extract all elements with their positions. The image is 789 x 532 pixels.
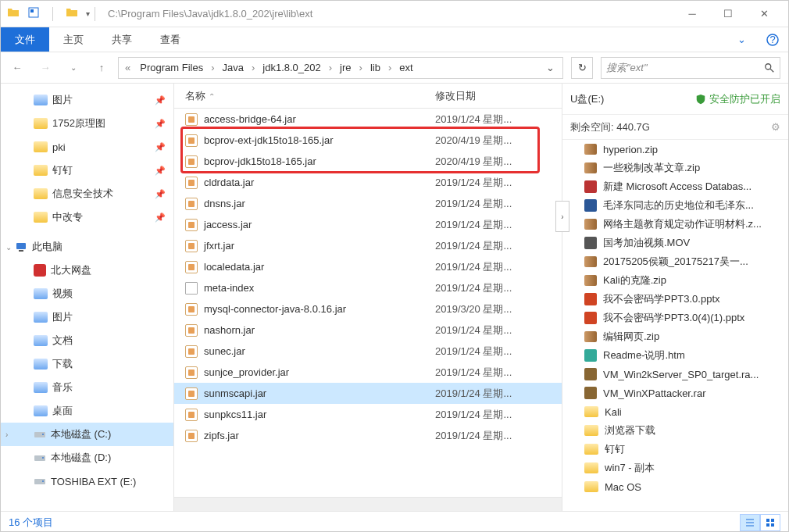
file-row[interactable]: sunpkcs11.jar2019/1/24 星期...: [174, 404, 562, 425]
nav-drive-item[interactable]: TOSHIBA EXT (E:): [1, 470, 173, 493]
breadcrumb-item[interactable]: ext: [394, 58, 417, 78]
chevron-right-icon[interactable]: ›: [250, 62, 256, 73]
file-row[interactable]: jaccess.jar2019/1/24 星期...: [174, 214, 562, 235]
recent-dropdown[interactable]: ⌄: [65, 59, 82, 77]
help-button[interactable]: ?: [757, 27, 788, 52]
nav-thispc[interactable]: ⌄ 此电脑: [1, 235, 173, 259]
breadcrumb-item[interactable]: jre: [335, 58, 355, 78]
file-row[interactable]: sunec.jar2019/1/24 星期...: [174, 341, 562, 362]
details-item[interactable]: VM_Win2kServer_SP0_target.ra...: [562, 365, 788, 384]
nav-library-item[interactable]: 图片: [1, 305, 173, 329]
search-box[interactable]: [601, 57, 780, 79]
ribbon-expand-button[interactable]: ⌄: [726, 27, 757, 52]
nav-quick-item[interactable]: 中改专📌: [1, 205, 173, 229]
file-row[interactable]: sunjce_provider.jar2019/1/24 星期...: [174, 362, 562, 383]
details-item[interactable]: 新建 Microsoft Access Databas...: [562, 177, 788, 196]
tab-file[interactable]: 文件: [1, 27, 49, 52]
minimize-button[interactable]: ─: [674, 2, 710, 26]
close-button[interactable]: ✕: [746, 2, 782, 26]
details-item[interactable]: 浏览器下载: [562, 421, 788, 440]
breadcrumb-overflow-icon[interactable]: «: [122, 62, 134, 73]
details-item[interactable]: 编辑网页.zip: [562, 327, 788, 346]
details-item[interactable]: hyperion.zip: [562, 140, 788, 159]
nav-quick-item[interactable]: 信息安全技术📌: [1, 182, 173, 205]
horizontal-scrollbar[interactable]: [174, 497, 562, 511]
nav-library-item[interactable]: 文档: [1, 329, 173, 352]
breadcrumb-item[interactable]: Program Files: [135, 58, 208, 78]
tab-share[interactable]: 共享: [98, 27, 146, 52]
dropdown-icon[interactable]: ▾: [86, 9, 90, 18]
details-item[interactable]: Kali: [562, 402, 788, 421]
nav-drive-item[interactable]: ›本地磁盘 (C:): [1, 423, 173, 446]
nav-quick-item[interactable]: pki📌: [1, 135, 173, 159]
details-item[interactable]: Mac OS: [562, 477, 788, 496]
column-name[interactable]: 名称: [185, 90, 205, 102]
nav-baidu[interactable]: 北大网盘: [1, 259, 173, 282]
tab-view[interactable]: 查看: [146, 27, 195, 52]
nav-library-item[interactable]: 桌面: [1, 399, 173, 423]
file-row[interactable]: localedata.jar2019/1/24 星期...: [174, 256, 562, 277]
file-row[interactable]: bcprov-ext-jdk15to18-165.jar2020/4/19 星期…: [174, 130, 562, 151]
details-item[interactable]: 20175205侯颖_20175217吴一...: [562, 252, 788, 271]
file-row[interactable]: access-bridge-64.jar2019/1/24 星期...: [174, 109, 562, 130]
column-date[interactable]: 修改日期: [435, 89, 562, 103]
back-button[interactable]: ←: [9, 59, 26, 77]
chevron-right-icon[interactable]: ›: [327, 62, 334, 73]
nav-library-item[interactable]: 音乐: [1, 376, 173, 399]
details-list[interactable]: hyperion.zip一些税制改革文章.zip新建 Microsoft Acc…: [562, 140, 788, 511]
nav-quick-item[interactable]: 图片📌: [1, 88, 173, 112]
nav-library-item[interactable]: 下载: [1, 352, 173, 376]
file-list-header[interactable]: 名称 ⌃ 修改日期: [174, 84, 562, 109]
file-row[interactable]: zipfs.jar2019/1/24 星期...: [174, 425, 562, 446]
details-item[interactable]: win7 - 副本: [562, 459, 788, 477]
icons-view-button[interactable]: [760, 514, 780, 531]
file-row[interactable]: bcprov-jdk15to18-165.jar2020/4/19 星期...: [174, 151, 562, 172]
file-row[interactable]: cldrdata.jar2019/1/24 星期...: [174, 172, 562, 193]
details-item[interactable]: 国考加油视频.MOV: [562, 234, 788, 252]
file-row[interactable]: mysql-connector-java-8.0.16.jar2019/3/20…: [174, 298, 562, 320]
search-icon[interactable]: [764, 62, 775, 73]
details-item[interactable]: 钉钉: [562, 440, 788, 459]
expand-icon[interactable]: ⌄: [5, 243, 12, 252]
search-input[interactable]: [606, 62, 764, 73]
chevron-right-icon[interactable]: ›: [209, 62, 216, 73]
details-item[interactable]: 我不会密码学PPT3.0.pptx: [562, 290, 788, 309]
navigation-pane[interactable]: 图片📌1752原理图📌pki📌钉钉📌信息安全技术📌中改专📌 ⌄ 此电脑 北大网盘…: [1, 84, 174, 511]
breadcrumb-item[interactable]: jdk1.8.0_202: [258, 58, 325, 78]
expand-icon[interactable]: ›: [5, 430, 8, 439]
properties-icon[interactable]: [27, 6, 40, 21]
gear-icon[interactable]: ⚙: [771, 121, 780, 133]
file-row[interactable]: nashorn.jar2019/1/24 星期...: [174, 320, 562, 341]
sort-icon[interactable]: ⌃: [209, 92, 215, 101]
breadcrumb[interactable]: « Program Files› Java› jdk1.8.0_202› jre…: [118, 57, 563, 79]
breadcrumb-item[interactable]: lib: [366, 58, 385, 78]
details-item[interactable]: VM_WinXPattacker.rar: [562, 384, 788, 402]
refresh-button[interactable]: ↻: [571, 57, 593, 79]
details-item[interactable]: 我不会密码学PPT3.0(4)(1).pptx: [562, 309, 788, 327]
details-view-button[interactable]: [740, 514, 760, 531]
details-item[interactable]: 毛泽东同志的历史地位和毛泽东...: [562, 196, 788, 215]
details-item[interactable]: Kali的克隆.zip: [562, 271, 788, 290]
file-row[interactable]: sunmscapi.jar2019/1/24 星期...: [174, 383, 562, 404]
up-button[interactable]: ↑: [93, 59, 110, 77]
tab-home[interactable]: 主页: [49, 27, 98, 52]
details-item[interactable]: 一些税制改革文章.zip: [562, 159, 788, 177]
forward-button[interactable]: →: [37, 59, 54, 77]
chevron-right-icon[interactable]: ›: [358, 62, 364, 73]
nav-quick-item[interactable]: 1752原理图📌: [1, 112, 173, 135]
maximize-button[interactable]: ☐: [710, 2, 746, 26]
file-row[interactable]: meta-index2019/1/24 星期...: [174, 277, 562, 298]
chevron-right-icon[interactable]: ›: [387, 62, 393, 73]
nav-quick-item[interactable]: 钉钉📌: [1, 159, 173, 182]
nav-drive-item[interactable]: 本地磁盘 (D:): [1, 446, 173, 470]
file-row[interactable]: dnsns.jar2019/1/24 星期...: [174, 193, 562, 214]
breadcrumb-item[interactable]: Java: [218, 58, 248, 78]
folder-small-icon[interactable]: [66, 6, 78, 21]
nav-library-item[interactable]: 视频: [1, 282, 173, 305]
breadcrumb-dropdown-icon[interactable]: ⌄: [541, 62, 559, 73]
file-row[interactable]: jfxrt.jar2019/1/24 星期...: [174, 235, 562, 256]
collapse-pane-icon[interactable]: ›: [555, 201, 569, 232]
details-item[interactable]: 网络主题教育规定动作证明材料.z...: [562, 215, 788, 234]
details-item[interactable]: Readme-说明.htm: [562, 346, 788, 365]
file-list[interactable]: access-bridge-64.jar2019/1/24 星期...bcpro…: [174, 109, 562, 497]
